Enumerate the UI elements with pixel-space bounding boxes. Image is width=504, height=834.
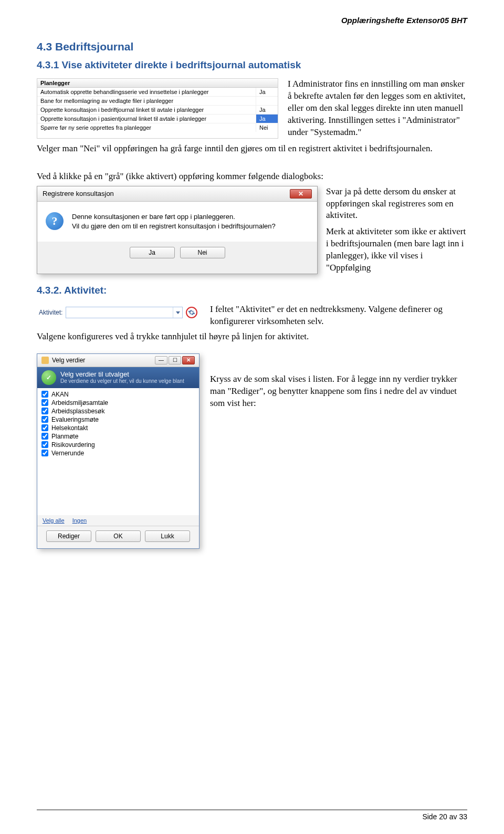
list-item[interactable]: Helsekontakt (41, 424, 195, 432)
table-row: Automatisk opprette behandlingsserie ved… (37, 88, 278, 97)
setting-label: Automatisk opprette behandlingsserie ved… (37, 88, 256, 96)
dialog-line: Vil du gjøre den om til en registrert ko… (72, 222, 276, 231)
paragraph: Merk at aktiviteter som ikke er aktivert… (326, 226, 467, 274)
paragraph: Kryss av de som skal vises i listen. For… (210, 353, 467, 549)
dialog-line: Denne konsultasjonen er bare ført opp i … (72, 212, 276, 222)
aktivitet-field: Aktivitet: (37, 304, 200, 321)
setting-value-selected[interactable]: Ja (256, 114, 278, 123)
aktivitet-dropdown[interactable] (66, 307, 183, 318)
edit-button[interactable]: Rediger (46, 530, 91, 542)
paragraph: Ved å klikke på en "grå" (ikke aktivert)… (37, 171, 467, 183)
chevron-down-icon (173, 307, 182, 318)
table-row: Opprette konsultasjon i bedriftjournal l… (37, 106, 278, 114)
list-item[interactable]: Vernerunde (41, 449, 195, 457)
table-header: Planlegger (37, 79, 278, 88)
dialog-message: Denne konsultasjonen er bare ført opp i … (72, 212, 276, 231)
checkbox[interactable] (41, 433, 48, 440)
paragraph: Velger man "Nei" vil oppføringen ha grå … (37, 143, 467, 155)
list-item-label: Helsekontakt (51, 424, 88, 432)
list-item[interactable]: Arbeidsplassbesøk (41, 407, 195, 415)
checkbox[interactable] (41, 399, 48, 406)
dialog-titlebar: Registrere konsultasjon ✕ (37, 186, 317, 202)
list-item[interactable]: Arbeidsmiljøsamtale (41, 399, 195, 407)
setting-value[interactable]: Ja (256, 88, 278, 96)
checkmark-icon: ✓ (41, 370, 56, 385)
checkbox[interactable] (41, 441, 48, 448)
list-item-label: AKAN (51, 391, 69, 398)
close-button[interactable]: ✕ (182, 356, 195, 364)
list-item-label: Risikovurdering (51, 441, 95, 449)
list-item[interactable]: Planmøte (41, 432, 195, 441)
minimize-button[interactable]: — (155, 356, 167, 364)
list-item-label: Evalueringsmøte (51, 416, 99, 423)
subsection-title-2: 4.3.2. Aktivitet: (37, 285, 467, 296)
select-values-window: Velg verdier — ☐ ✕ ✓ Velg verdier til ut… (37, 353, 200, 549)
setting-label: Opprette konsultasjon i pasientjournal l… (37, 114, 256, 123)
paragraph: Svar ja på dette dersom du ønsker at opp… (326, 186, 467, 222)
paragraph: I Administrator fins en innstilling om m… (288, 78, 467, 139)
window-icon (41, 357, 49, 364)
setting-label: Bane for mellomlagring av vedlagte filer… (37, 97, 256, 105)
list-item-label: Vernerunde (51, 450, 84, 457)
setting-value[interactable]: Nei (256, 123, 278, 132)
question-icon: ? (46, 212, 64, 230)
setting-label: Opprette konsultasjon i bedriftjournal l… (37, 106, 256, 114)
list-item[interactable]: Evalueringsmøte (41, 415, 195, 424)
selection-links: Velg alle Ingen (37, 515, 199, 526)
setting-label: Spørre før ny serie opprettes fra planle… (37, 123, 256, 132)
gear-button-circled[interactable] (186, 307, 197, 318)
paragraph: I feltet "Aktivitet" er det en nedtrekks… (210, 304, 467, 328)
banner-subtitle: De verdiene du velger ut her, vil du kun… (60, 378, 184, 384)
close-button[interactable]: ✕ (290, 189, 312, 199)
section-title: 4.3 Bedriftsjournal (37, 40, 467, 53)
list-item-label: Arbeidsmiljøsamtale (51, 399, 108, 406)
table-row: Spørre før ny serie opprettes fra planle… (37, 123, 278, 132)
list-item[interactable]: AKAN (41, 390, 195, 399)
window-title: Velg verdier (52, 357, 155, 364)
window-banner: ✓ Velg verdier til utvalget De verdiene … (37, 367, 199, 388)
setting-value[interactable]: Ja (256, 106, 278, 114)
aktivitet-label: Aktivitet: (39, 309, 62, 316)
ok-button[interactable]: OK (96, 530, 141, 542)
gear-icon (188, 309, 195, 316)
page-footer: Side 20 av 33 (37, 809, 467, 821)
select-none-link[interactable]: Ingen (72, 517, 87, 524)
dialog-title: Registrere konsultasjon (43, 190, 114, 197)
yes-button[interactable]: Ja (130, 247, 175, 258)
list-item[interactable]: Risikovurdering (41, 441, 195, 449)
no-button[interactable]: Nei (180, 247, 225, 258)
select-all-link[interactable]: Velg alle (43, 517, 65, 524)
checkbox[interactable] (41, 391, 48, 398)
checkbox[interactable] (41, 424, 48, 431)
close-icon: ✕ (298, 190, 303, 197)
checkbox[interactable] (41, 408, 48, 414)
document-header: Opplæringshefte Extensor05 BHT (37, 16, 467, 25)
paragraph: Valgene konfigureres ved å trykke tannhj… (37, 331, 467, 343)
close-button[interactable]: Lukk (145, 530, 190, 542)
list-item-label: Planmøte (51, 433, 78, 440)
banner-title: Velg verdier til utvalget (60, 370, 184, 378)
table-row: Opprette konsultasjon i pasientjournal l… (37, 114, 278, 123)
setting-value[interactable] (256, 97, 278, 105)
list-item-label: Arbeidsplassbesøk (51, 408, 104, 415)
confirm-dialog: Registrere konsultasjon ✕ ? Denne konsul… (37, 186, 318, 275)
checkbox[interactable] (41, 450, 48, 456)
maximize-button[interactable]: ☐ (169, 356, 181, 364)
subsection-title-1: 4.3.1 Vise aktiviteter direkte i bedrift… (37, 59, 467, 71)
window-titlebar: Velg verdier — ☐ ✕ (37, 354, 199, 367)
checkbox[interactable] (41, 416, 48, 423)
table-row: Bane for mellomlagring av vedlagte filer… (37, 97, 278, 106)
checkbox-list: AKAN Arbeidsmiljøsamtale Arbeidsplassbes… (37, 388, 199, 515)
planlegger-settings-table: Planlegger Automatisk opprette behandlin… (37, 78, 278, 139)
